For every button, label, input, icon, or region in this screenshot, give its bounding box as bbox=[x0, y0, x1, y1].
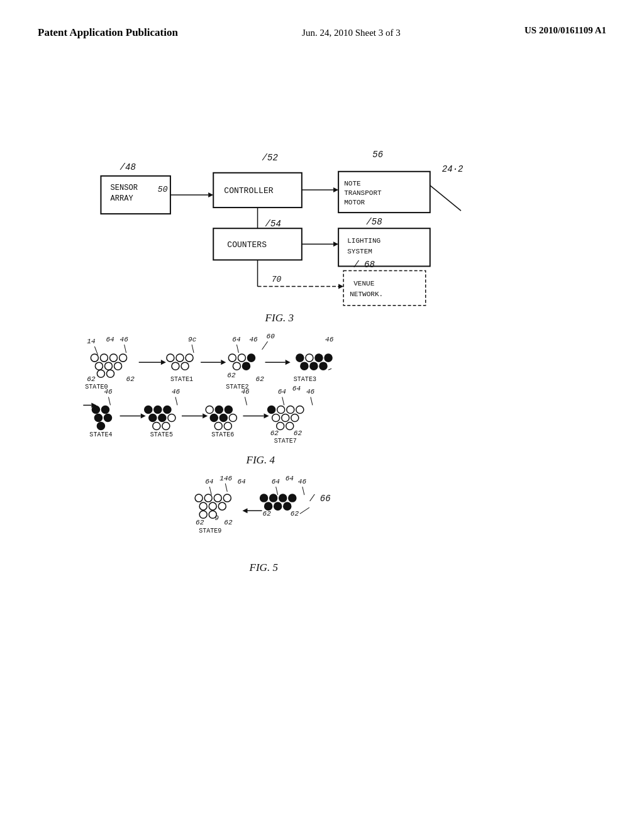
svg-point-113 bbox=[153, 423, 160, 430]
svg-text:62: 62 bbox=[263, 510, 272, 517]
svg-point-124 bbox=[219, 414, 227, 421]
svg-point-175 bbox=[270, 494, 277, 502]
publication-number: US 2010/0161109 A1 bbox=[525, 25, 606, 36]
svg-text:64: 64 bbox=[292, 385, 301, 392]
svg-marker-130 bbox=[264, 413, 269, 418]
svg-marker-57 bbox=[161, 360, 166, 365]
svg-text:/58: /58 bbox=[366, 217, 382, 227]
svg-rect-26 bbox=[338, 228, 430, 266]
svg-text:/52: /52 bbox=[262, 153, 278, 163]
svg-point-44 bbox=[91, 354, 98, 362]
svg-line-91 bbox=[328, 368, 331, 370]
svg-point-107 bbox=[145, 406, 152, 413]
svg-marker-117 bbox=[203, 413, 208, 418]
svg-point-76 bbox=[233, 362, 240, 370]
svg-point-51 bbox=[97, 370, 104, 377]
svg-point-61 bbox=[176, 354, 184, 362]
patent-drawing: /48 SENSOR ARRAY 50 /52 CONTROLLER 56 NO… bbox=[38, 59, 606, 817]
svg-marker-104 bbox=[141, 413, 146, 418]
svg-text:62: 62 bbox=[256, 375, 265, 383]
svg-point-122 bbox=[225, 406, 232, 413]
svg-marker-6 bbox=[208, 192, 213, 197]
svg-point-177 bbox=[289, 494, 296, 502]
svg-text:STATE4: STATE4 bbox=[89, 431, 112, 438]
svg-line-18 bbox=[430, 185, 461, 211]
svg-text:9c: 9c bbox=[188, 336, 197, 343]
svg-text:STATE7: STATE7 bbox=[274, 438, 297, 445]
svg-marker-24 bbox=[333, 241, 338, 246]
svg-marker-11 bbox=[333, 187, 338, 192]
svg-point-123 bbox=[210, 414, 218, 421]
svg-text:MOTOR: MOTOR bbox=[344, 199, 365, 206]
svg-point-156 bbox=[214, 494, 221, 502]
svg-text:46: 46 bbox=[172, 388, 180, 396]
svg-point-89 bbox=[310, 362, 318, 370]
svg-point-110 bbox=[149, 414, 157, 421]
svg-point-50 bbox=[114, 362, 122, 370]
svg-text:46: 46 bbox=[306, 388, 315, 396]
svg-point-141 bbox=[282, 414, 289, 421]
svg-text:70: 70 bbox=[272, 275, 282, 284]
svg-point-127 bbox=[224, 423, 231, 430]
svg-line-59 bbox=[192, 345, 194, 353]
svg-text:64: 64 bbox=[278, 388, 286, 396]
svg-point-109 bbox=[164, 406, 171, 413]
svg-text:146: 146 bbox=[219, 475, 232, 482]
svg-text:CONTROLLER: CONTROLLER bbox=[224, 186, 273, 196]
svg-text:LIGHTING: LIGHTING bbox=[347, 237, 380, 245]
svg-point-75 bbox=[247, 354, 255, 362]
svg-point-84 bbox=[296, 354, 304, 362]
svg-text:/ 66: / 66 bbox=[309, 494, 331, 504]
svg-rect-35 bbox=[343, 270, 426, 305]
svg-point-47 bbox=[119, 354, 127, 362]
svg-point-159 bbox=[209, 502, 216, 510]
svg-point-74 bbox=[238, 354, 245, 362]
publication-title: Patent Application Publication bbox=[38, 25, 178, 40]
svg-text:62: 62 bbox=[224, 519, 233, 526]
svg-point-88 bbox=[301, 362, 308, 370]
svg-point-85 bbox=[306, 354, 313, 362]
svg-text:FIG. 4: FIG. 4 bbox=[245, 454, 275, 466]
svg-text:64: 64 bbox=[205, 478, 213, 485]
svg-point-126 bbox=[214, 423, 222, 430]
svg-point-157 bbox=[223, 494, 231, 502]
svg-point-45 bbox=[100, 354, 108, 362]
svg-text:STATE1: STATE1 bbox=[170, 376, 193, 383]
svg-point-139 bbox=[296, 406, 304, 413]
svg-point-112 bbox=[168, 414, 175, 421]
svg-point-125 bbox=[229, 414, 236, 421]
svg-point-120 bbox=[206, 406, 213, 413]
svg-line-119 bbox=[245, 397, 247, 405]
svg-line-96 bbox=[108, 397, 110, 405]
svg-text:NOTE: NOTE bbox=[344, 180, 361, 187]
svg-text:14: 14 bbox=[87, 338, 95, 345]
svg-point-179 bbox=[274, 502, 282, 510]
svg-text:50: 50 bbox=[158, 185, 168, 194]
svg-text:SENSOR: SENSOR bbox=[111, 184, 138, 192]
svg-point-160 bbox=[218, 502, 226, 510]
svg-line-40 bbox=[94, 346, 97, 355]
svg-point-108 bbox=[154, 406, 162, 413]
svg-point-101 bbox=[97, 423, 104, 430]
svg-point-46 bbox=[110, 354, 118, 362]
svg-line-170 bbox=[276, 487, 278, 495]
svg-text:64: 64 bbox=[237, 478, 245, 485]
svg-text:/54: /54 bbox=[265, 219, 281, 229]
svg-text:ARRAY: ARRAY bbox=[111, 194, 134, 203]
svg-point-111 bbox=[158, 414, 166, 421]
svg-point-155 bbox=[204, 494, 212, 502]
svg-text:TRANSPORT: TRANSPORT bbox=[344, 189, 382, 197]
svg-line-132 bbox=[282, 397, 284, 405]
svg-marker-67 bbox=[221, 360, 226, 365]
svg-text:64: 64 bbox=[286, 475, 294, 482]
svg-text:/48: /48 bbox=[120, 162, 136, 172]
svg-text:46: 46 bbox=[120, 336, 129, 343]
svg-text:SYSTEM: SYSTEM bbox=[347, 248, 372, 255]
svg-point-99 bbox=[94, 414, 102, 421]
svg-text:64: 64 bbox=[106, 336, 114, 343]
svg-text:62: 62 bbox=[87, 375, 96, 383]
svg-point-62 bbox=[186, 354, 193, 362]
svg-text:/ 68: / 68 bbox=[353, 260, 375, 270]
svg-point-98 bbox=[101, 406, 109, 413]
svg-point-121 bbox=[215, 406, 223, 413]
